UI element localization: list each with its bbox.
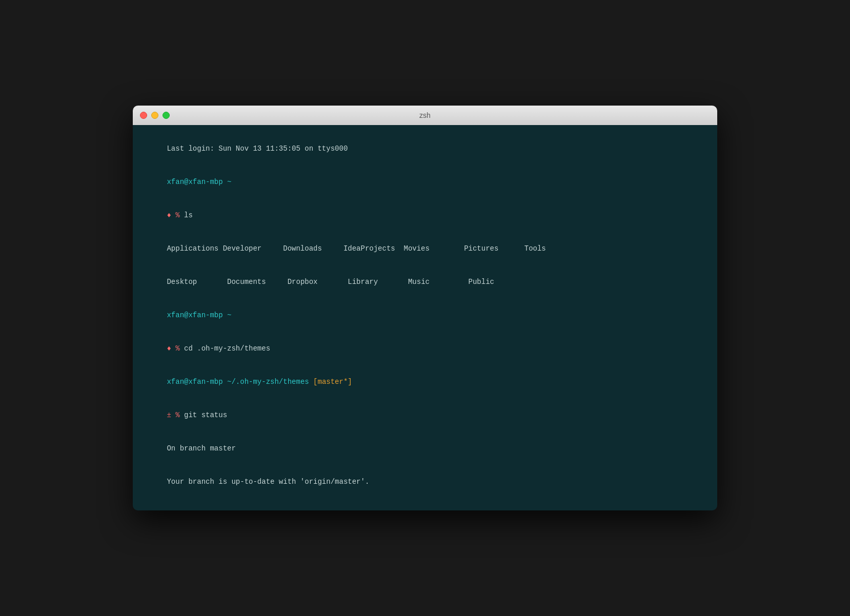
maximize-button[interactable] [163, 112, 170, 119]
command-ls: ♦ % ls [141, 199, 709, 232]
traffic-lights [140, 112, 170, 119]
ls-output-row1: Applications Developer Downloads IdeaPro… [141, 232, 709, 265]
terminal-body[interactable]: Last login: Sun Nov 13 11:35:05 on ttys0… [133, 125, 717, 510]
command-git-status: ± % git status [141, 399, 709, 433]
prompt-line-1: xfan@xfan-mbp ~ [141, 166, 709, 199]
minimize-button[interactable] [151, 112, 158, 119]
command-cd: ♦ % cd .oh-my-zsh/themes [141, 332, 709, 365]
window-title: zsh [419, 111, 431, 119]
prompt-line-2: xfan@xfan-mbp ~ [141, 299, 709, 332]
close-button[interactable] [140, 112, 147, 119]
git-symbol: ± [167, 411, 175, 419]
line-login: Last login: Sun Nov 13 11:35:05 on ttys0… [141, 132, 709, 166]
apple-symbol-2: ♦ [167, 344, 175, 353]
login-text: Last login: Sun Nov 13 11:35:05 on ttys0… [167, 145, 348, 153]
apple-symbol: ♦ [167, 211, 175, 219]
git-up-to-date: Your branch is up-to-date with 'origin/m… [141, 466, 709, 499]
titlebar: zsh [133, 106, 717, 125]
git-on-branch: On branch master [141, 433, 709, 466]
ls-output-row2: Desktop Documents Dropbox Library Music … [141, 265, 709, 299]
prompt-line-3-git: xfan@xfan-mbp ~/.oh-my-zsh/themes [maste… [141, 365, 709, 399]
terminal-window: zsh Last login: Sun Nov 13 11:35:05 on t… [133, 106, 717, 510]
git-untracked-header: Untracked files: [141, 499, 709, 510]
